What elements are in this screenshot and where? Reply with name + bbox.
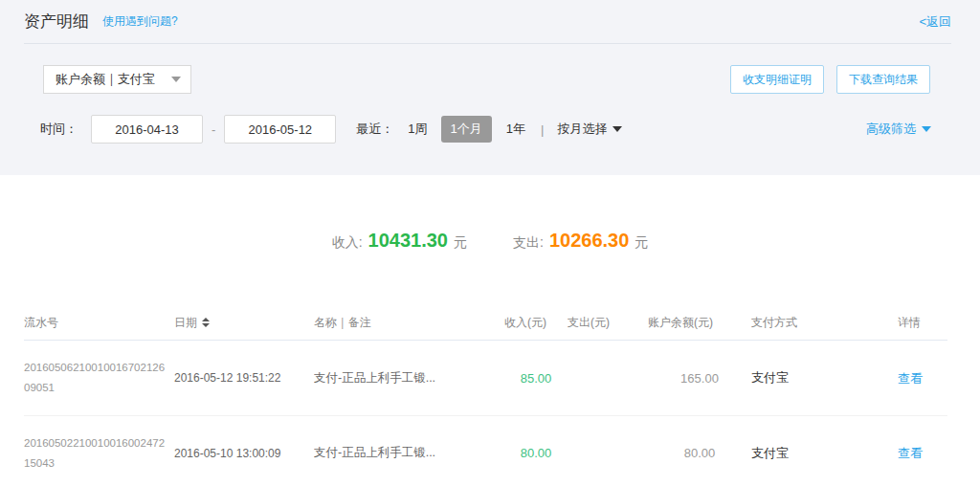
transactions-table: 流水号 日期 名称｜备注 收入(元) 支出(元) 账户余额(元) 支付方式 详情… — [24, 305, 947, 486]
start-date-input[interactable] — [91, 115, 203, 144]
range-1year[interactable]: 1年 — [506, 121, 525, 138]
col-date-header: 日期 — [174, 315, 314, 331]
transaction-date: 2016-05-10 13:00:09 — [174, 447, 314, 460]
income-summary: 收入: 10431.30 元 — [332, 230, 467, 252]
range-1month-selected[interactable]: 1个月 — [441, 116, 492, 143]
statement-proof-button[interactable]: 收支明细证明 — [730, 65, 824, 94]
range-divider: | — [541, 122, 544, 137]
transaction-date: 2016-05-12 19:51:22 — [174, 371, 314, 385]
chevron-down-icon — [922, 126, 931, 132]
advanced-filter-label: 高级筛选 — [866, 121, 916, 138]
serial-number: 2016050221001001600247215043 — [24, 433, 174, 473]
income-amount: 85.00 — [504, 371, 568, 386]
view-detail-link[interactable]: 查看 — [898, 446, 923, 460]
expense-label: 支出: — [513, 234, 544, 252]
transaction-name: 支付-正品上利手工锻... — [314, 370, 504, 387]
end-date-input[interactable] — [224, 115, 336, 144]
table-row: 2016050621001001670212609051 2016-05-12 … — [24, 341, 947, 415]
advanced-filter-toggle[interactable]: 高级筛选 — [866, 121, 931, 138]
detail-cell: 查看 — [898, 369, 947, 387]
view-detail-link[interactable]: 查看 — [898, 371, 923, 386]
page-title: 资产明细 — [24, 11, 89, 33]
table-row: 2016050221001001600247215043 2016-05-10 … — [24, 415, 947, 486]
payment-method: 支付宝 — [751, 369, 898, 387]
expense-summary: 支出: 10266.30 元 — [513, 230, 648, 252]
account-type-dropdown[interactable]: 账户余额｜支付宝 — [43, 65, 191, 94]
transaction-name: 支付-正品上利手工锻... — [314, 445, 504, 461]
income-expense-summary: 收入: 10431.30 元 支出: 10266.30 元 — [0, 230, 980, 252]
back-link[interactable]: <返回 — [919, 13, 951, 31]
chevron-down-icon — [171, 77, 181, 82]
recent-label: 最近： — [356, 121, 393, 138]
balance-amount: 80.00 — [648, 446, 751, 460]
page-header: 资产明细 使用遇到问题? <返回 — [24, 0, 951, 44]
payment-method: 支付宝 — [751, 445, 898, 462]
col-serial-header: 流水号 — [24, 315, 174, 331]
account-type-value: 账户余额｜支付宝 — [56, 71, 155, 88]
col-detail-header: 详情 — [898, 315, 947, 331]
col-name-header: 名称｜备注 — [314, 315, 504, 331]
col-balance-header: 账户余额(元) — [648, 315, 751, 331]
toolbar-row: 账户余额｜支付宝 收支明细证明 下载查询结果 — [43, 65, 930, 94]
col-date-label: 日期 — [174, 315, 197, 331]
expense-total: 10266.30 — [549, 230, 629, 252]
col-expense-header: 支出(元) — [568, 315, 648, 331]
by-month-dropdown[interactable]: 按月选择 — [557, 121, 622, 138]
range-1week[interactable]: 1周 — [408, 121, 427, 138]
income-label: 收入: — [332, 234, 363, 252]
table-header-row: 流水号 日期 名称｜备注 收入(元) 支出(元) 账户余额(元) 支付方式 详情 — [24, 305, 947, 341]
toolbar-buttons: 收支明细证明 下载查询结果 — [730, 65, 930, 94]
detail-cell: 查看 — [898, 444, 947, 462]
expense-unit: 元 — [635, 234, 648, 252]
help-link[interactable]: 使用遇到问题? — [102, 13, 178, 30]
serial-number: 2016050621001001670212609051 — [24, 358, 174, 397]
time-filter-row: 时间： - 最近： 1周 1个月 1年 | 按月选择 高级筛选 — [40, 115, 931, 144]
by-month-label: 按月选择 — [557, 121, 607, 138]
income-total: 10431.30 — [368, 230, 448, 252]
income-unit: 元 — [454, 234, 467, 252]
col-income-header: 收入(元) — [504, 315, 568, 331]
time-label: 时间： — [40, 121, 78, 138]
date-range-dash: - — [212, 122, 215, 137]
income-amount: 80.00 — [504, 446, 568, 460]
col-method-header: 支付方式 — [751, 315, 898, 331]
filter-panel: 资产明细 使用遇到问题? <返回 账户余额｜支付宝 收支明细证明 下载查询结果 … — [0, 0, 980, 175]
balance-amount: 165.00 — [648, 371, 751, 386]
chevron-down-icon — [612, 126, 622, 132]
download-results-button[interactable]: 下载查询结果 — [836, 65, 930, 94]
sort-icon[interactable] — [202, 318, 210, 327]
